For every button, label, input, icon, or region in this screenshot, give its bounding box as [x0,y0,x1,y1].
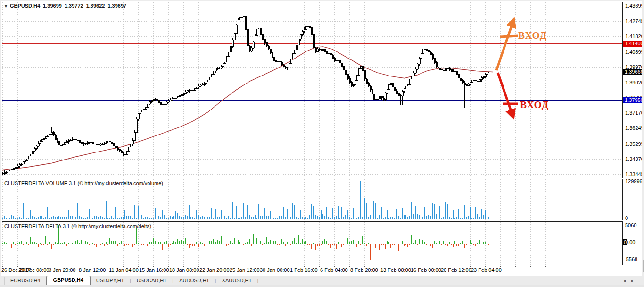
time-axis-label: 8 Feb 20:00 [350,267,378,273]
delta-axis-max: 5060 [625,222,636,228]
tab-scroll-right-button[interactable]: ▸ [631,278,639,283]
time-axis-label: 11 Jan 04:00 [109,267,139,273]
time-axis-label: 23 Feb 04:00 [471,267,502,273]
volume-indicator-header: CLUSTERDELTA VOLUME 3.1 (© http://my.clu… [4,180,163,186]
price-axis-label: 1.39020 [625,80,644,85]
current-price-tag: 1.39666 [623,69,643,75]
chart-title: ▼GBPUSD,H41.396991.397721.396221.39697 [4,3,126,8]
time-axis-label: 30 Jan 00:00 [260,267,290,273]
price-axis-label: 1.41820 [625,34,644,39]
tab-usdcad-h1[interactable]: USDCAD,H1 [131,277,173,285]
delta-current-tag: 0 [623,239,627,245]
price-axis-label: 1.34370 [625,156,644,162]
time-axis-label: 29 Dec 08:00 [18,267,49,273]
delta-axis-min: -5568 [624,256,637,262]
time-axis-label: 3 Jan 20:00 [49,267,76,273]
price-axis-label: 1.33445 [625,171,644,177]
time-axis-label: 13 Feb 08:00 [380,267,411,273]
tab-audusd-h1[interactable]: AUDUSD,H1 [173,277,215,285]
price-chart-canvas[interactable] [0,0,644,287]
tab-xauusd-h1[interactable]: XAUUSD,H1 [216,277,257,285]
tab-usdjpy-h1[interactable]: USDJPY,H1 [91,277,130,285]
time-axis-label: 16 Feb 00:00 [411,267,441,273]
price-axis-label: 1.40895 [625,49,644,55]
delta-indicator-header: CLUSTERDELTA DELTA 3.1 (© http://my.clus… [4,223,151,229]
price-axis-label: 1.36245 [625,125,644,131]
tab-gbpusd-h4[interactable]: GBPUSD,H4 [46,276,91,285]
price-axis-label: 1.37170 [625,110,644,116]
tab-bar-lead [0,277,5,285]
time-axis-label: 22 Jan 20:00 [199,267,230,273]
time-axis-label: 25 Jan 12:00 [230,267,260,273]
volume-axis-min: 0 [625,215,628,221]
symbol-label: GBPUSD,H4 [10,3,40,8]
symbol-dropdown-icon[interactable]: ▼ [4,4,8,8]
ohlc-high: 1.39772 [65,3,83,8]
time-axis-label: 1 Feb 16:00 [290,267,318,273]
ohlc-close: 1.39697 [107,3,126,8]
mt4-window: ▼GBPUSD,H41.396991.397721.396221.39697 C… [0,0,644,287]
ohlc-low: 1.39622 [86,3,105,8]
status-bar [0,285,644,287]
price-axis-label: 1.43695 [625,3,644,8]
ohlc-open: 1.39699 [43,3,62,8]
entry-long-label: ВХОД [518,30,547,42]
time-axis-label: 20 Feb 12:00 [441,267,471,273]
entry-short-label: ВХОД [520,99,549,111]
tab-scrollers: ◂▸ [623,278,639,285]
price-axis-label: 1.42745 [625,18,644,24]
volume-axis-max: 129996 [625,178,643,184]
tab-eurusd-h4[interactable]: EURUSD,H4 [5,277,46,285]
tab-separator: | [257,278,259,285]
window-scrollbar[interactable] [642,0,644,276]
support-price-tag: 1.37950 [623,97,643,103]
window-left-edge [0,0,1,276]
window-top-edge [0,0,644,1]
price-axis-label: 1.35295 [625,141,644,147]
time-axis-label: 8 Jan 12:00 [79,267,106,273]
symbol-tab-bar: EURUSD,H4GBPUSD,H4USDJPY,H1|USDCAD,H1|AU… [0,276,644,285]
time-axis-label: 6 Feb 04:00 [320,267,348,273]
resistance-price-tag: 1.41400 [623,41,643,47]
tab-scroll-left-button[interactable]: ◂ [623,278,631,283]
time-axis-label: 15 Jan 16:00 [139,267,169,273]
time-axis-label: 18 Jan 08:00 [169,267,199,273]
